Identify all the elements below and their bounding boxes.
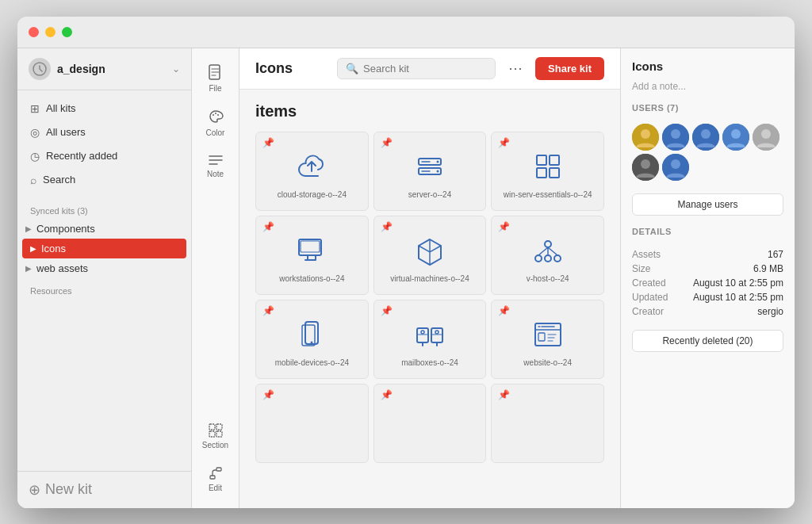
- search-bar-icon: 🔍: [346, 63, 358, 75]
- icon-card-placeholder-10[interactable]: 📌: [373, 384, 487, 463]
- items-grid: 📌 cloud-storage-o--24 📌: [255, 132, 604, 463]
- sidebar-item-recently-added[interactable]: ◷ Recently added: [17, 144, 191, 168]
- svg-point-39: [701, 129, 710, 139]
- icon-card-placeholder-11[interactable]: 📌: [491, 384, 604, 463]
- icon-card-server[interactable]: 📌 server-o--24: [373, 132, 487, 211]
- users-row: [632, 124, 783, 181]
- maximize-button[interactable]: [62, 27, 72, 37]
- sidebar-item-icons[interactable]: ▶ Icons: [22, 239, 186, 258]
- panel-note[interactable]: Add a note...: [632, 81, 783, 92]
- svg-rect-6: [216, 424, 222, 430]
- items-heading: items: [255, 102, 604, 120]
- icon-card-virtual-machines[interactable]: 📌 virtual-machines-o--24: [373, 216, 487, 295]
- icon-card-placeholder-9[interactable]: 📌: [255, 384, 369, 463]
- org-name: a_design: [57, 63, 105, 75]
- svg-point-30: [421, 331, 424, 334]
- tool-edit[interactable]: Edit: [196, 459, 236, 499]
- icon-card-mobile-devices[interactable]: 📌 mobile-devices-o--24: [255, 300, 369, 379]
- sidebar-bottom: ⊕ New kit: [17, 471, 191, 508]
- mailbox-icon: [412, 316, 447, 354]
- tool-color[interactable]: Color: [196, 102, 236, 143]
- created-value: August 10 at 2:55 pm: [675, 276, 783, 290]
- more-options-icon[interactable]: ⋯: [505, 56, 526, 80]
- pin-icon: 📌: [381, 389, 393, 400]
- icon-name-windows: win-serv-essentials-o--24: [504, 190, 592, 199]
- search-input[interactable]: [363, 63, 474, 75]
- created-label: Created: [632, 276, 675, 290]
- tool-section[interactable]: Section: [196, 416, 236, 456]
- size-label: Size: [632, 262, 675, 276]
- sidebar-item-recently-added-label: Recently added: [46, 150, 117, 162]
- kit-icons-label: Icons: [41, 243, 66, 254]
- icon-name-v-host: v-host-o--24: [527, 274, 569, 283]
- main-content: Icons 🔍 ⋯ Share kit items 📌: [239, 48, 620, 508]
- svg-rect-19: [299, 239, 321, 255]
- svg-rect-17: [537, 168, 546, 178]
- assets-value: 167: [675, 247, 783, 262]
- avatar-4: [753, 124, 779, 151]
- icon-card-website[interactable]: 📌 website-o--24: [491, 300, 604, 379]
- svg-point-41: [731, 129, 741, 139]
- icon-name-workstations: workstations-o--24: [279, 274, 344, 283]
- titlebar: [17, 17, 795, 48]
- chevron-right-icon-web: ▶: [25, 264, 32, 273]
- icon-name-mobile-devices: mobile-devices-o--24: [275, 358, 349, 367]
- manage-users-button[interactable]: Manage users: [632, 193, 783, 216]
- org-row[interactable]: a_design: [29, 58, 105, 80]
- icon-card-workstations[interactable]: 📌 workstations-o--24: [255, 216, 369, 295]
- pin-icon: 📌: [262, 305, 274, 316]
- tool-file-label: File: [209, 84, 221, 93]
- updated-value: August 10 at 2:55 pm: [675, 290, 783, 304]
- new-kit-button[interactable]: ⊕ New kit: [29, 481, 180, 499]
- share-kit-button[interactable]: Share kit: [535, 57, 604, 80]
- tool-note[interactable]: Note: [196, 147, 236, 185]
- file-icon: [208, 64, 224, 82]
- sidebar-item-web-assets[interactable]: ▶ web assets: [17, 258, 191, 278]
- avatar-1: [662, 124, 689, 151]
- details-row-updated: Updated August 10 at 2:55 pm: [632, 290, 783, 304]
- sidebar-item-search[interactable]: ⌕ Search: [17, 168, 191, 192]
- creator-value: sergio: [675, 304, 783, 319]
- icon-card-windows[interactable]: 📌 win-serv-essentials-o--24: [491, 132, 604, 211]
- kit-components-label: Components: [36, 223, 95, 235]
- sidebar-item-all-users-label: All users: [46, 126, 86, 138]
- chevron-down-icon[interactable]: ⌄: [172, 63, 180, 75]
- icon-card-cloud-storage[interactable]: 📌 cloud-storage-o--24: [255, 132, 369, 211]
- sidebar-item-all-users[interactable]: ◎ All users: [17, 120, 191, 144]
- users-icon: ◎: [30, 126, 40, 139]
- org-logo: [29, 58, 51, 80]
- assets-label: Assets: [632, 247, 675, 262]
- svg-rect-26: [302, 325, 315, 346]
- tool-file[interactable]: File: [196, 58, 236, 99]
- tool-color-label: Color: [206, 128, 225, 137]
- sidebar-item-components[interactable]: ▶ Components: [17, 219, 191, 239]
- section-icon: [208, 423, 224, 438]
- minimize-button[interactable]: [45, 27, 56, 37]
- search-icon: ⌕: [30, 174, 36, 186]
- icon-name-server: server-o--24: [408, 190, 451, 199]
- kit-web-assets-label: web assets: [36, 262, 88, 274]
- pin-icon: 📌: [262, 389, 274, 400]
- icon-name-cloud-storage: cloud-storage-o--24: [278, 190, 347, 199]
- close-button[interactable]: [29, 27, 39, 37]
- placeholder-icon-10: [412, 404, 447, 442]
- icon-card-mailboxes[interactable]: 📌 mailboxes-o--24: [373, 300, 487, 379]
- plus-circle-icon: ⊕: [29, 481, 40, 499]
- icon-card-v-host[interactable]: 📌 v-host-o--24: [491, 216, 604, 295]
- svg-rect-8: [216, 431, 222, 437]
- page-title: Icons: [255, 60, 327, 77]
- pin-icon: 📌: [498, 389, 510, 400]
- sidebar: a_design ⌄ ⊞ All kits ◎ All users ◷ Rece…: [17, 48, 192, 508]
- sidebar-item-all-kits[interactable]: ⊞ All kits: [17, 97, 191, 120]
- icon-name-website: website-o--24: [523, 358, 572, 367]
- edit-icon: [208, 465, 224, 481]
- recently-deleted-button[interactable]: Recently deleted (20): [632, 330, 783, 352]
- website-icon: [530, 316, 565, 354]
- monitor-icon: [294, 231, 329, 270]
- pin-icon: 📌: [498, 305, 510, 316]
- icon-name-mailboxes: mailboxes-o--24: [401, 358, 458, 367]
- search-bar[interactable]: 🔍: [337, 58, 496, 79]
- cube-icon: [412, 231, 447, 270]
- sidebar-nav: ⊞ All kits ◎ All users ◷ Recently added …: [17, 90, 191, 198]
- svg-point-31: [435, 331, 439, 334]
